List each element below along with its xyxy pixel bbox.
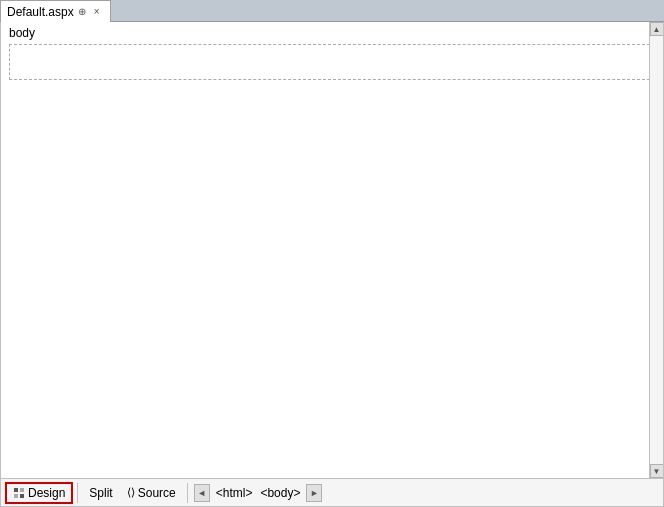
tab-bar: Default.aspx ⊕ × xyxy=(0,0,664,22)
split-button[interactable]: Split xyxy=(82,482,119,504)
body-tag-label: body xyxy=(9,26,35,40)
svg-rect-3 xyxy=(20,494,24,498)
breadcrumb-body[interactable]: <body> xyxy=(256,486,304,500)
source-label: Source xyxy=(138,486,176,500)
tab-filename: Default.aspx xyxy=(7,5,74,19)
separator-1 xyxy=(77,483,78,503)
design-icon xyxy=(13,487,25,499)
svg-rect-0 xyxy=(14,488,18,492)
scroll-down-button[interactable]: ▼ xyxy=(650,464,664,478)
scroll-down-icon: ▼ xyxy=(653,467,661,476)
scroll-up-icon: ▲ xyxy=(653,25,661,34)
bottom-bar: Design Split ⟨⟩ Source ◄ <html> <body> ► xyxy=(1,478,663,506)
svg-rect-1 xyxy=(20,488,24,492)
breadcrumb: <html> <body> xyxy=(212,486,305,500)
nav-arrows: ◄ xyxy=(194,484,210,502)
scroll-track[interactable] xyxy=(650,36,663,464)
source-button[interactable]: ⟨⟩ Source xyxy=(120,482,183,504)
tab-bar-empty xyxy=(111,0,664,22)
design-canvas[interactable]: body ▲ ▼ xyxy=(1,22,663,478)
design-label: Design xyxy=(28,486,65,500)
svg-rect-2 xyxy=(14,494,18,498)
body-content-area[interactable] xyxy=(9,44,655,80)
nav-arrows-right: ► xyxy=(306,484,322,502)
split-label: Split xyxy=(89,486,112,500)
nav-right-button[interactable]: ► xyxy=(306,484,322,502)
active-tab[interactable]: Default.aspx ⊕ × xyxy=(0,0,111,22)
tab-pin-icon: ⊕ xyxy=(78,6,86,17)
source-icon: ⟨⟩ xyxy=(127,486,135,499)
tab-close-button[interactable]: × xyxy=(90,5,104,19)
editor-container: body ▲ ▼ Design xyxy=(0,22,664,507)
separator-2 xyxy=(187,483,188,503)
design-button[interactable]: Design xyxy=(5,482,73,504)
nav-left-button[interactable]: ◄ xyxy=(194,484,210,502)
nav-right-icon: ► xyxy=(310,488,319,498)
nav-left-icon: ◄ xyxy=(197,488,206,498)
scroll-up-button[interactable]: ▲ xyxy=(650,22,664,36)
vertical-scrollbar: ▲ ▼ xyxy=(649,22,663,478)
breadcrumb-html[interactable]: <html> xyxy=(212,486,257,500)
